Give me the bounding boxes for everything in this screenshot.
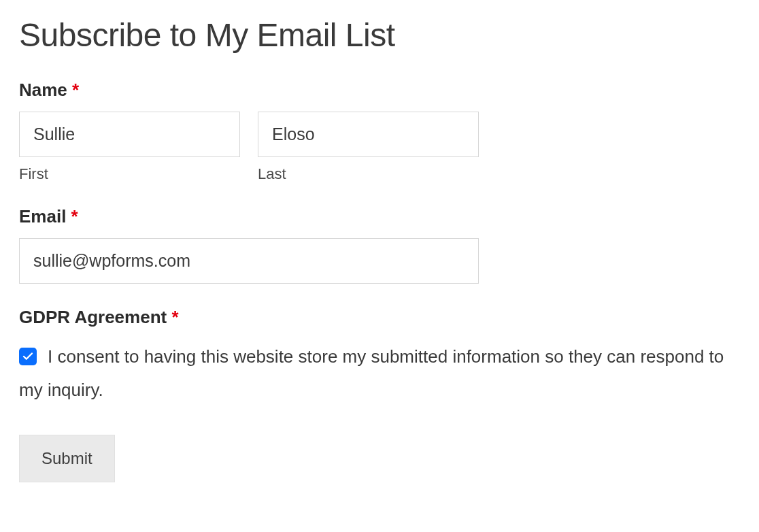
email-input[interactable] xyxy=(19,238,479,284)
first-name-input[interactable] xyxy=(19,112,240,157)
required-asterisk-icon: * xyxy=(171,307,178,327)
required-asterisk-icon: * xyxy=(71,206,78,227)
email-label: Email * xyxy=(19,206,740,227)
name-label: Name * xyxy=(19,80,740,101)
gdpr-label-text: GDPR Agreement xyxy=(19,307,167,327)
name-field-group: Name * First Last xyxy=(19,80,740,183)
checkmark-icon xyxy=(22,350,34,363)
required-asterisk-icon: * xyxy=(72,80,79,100)
gdpr-label: GDPR Agreement * xyxy=(19,307,740,328)
email-field-group: Email * xyxy=(19,206,740,284)
submit-button[interactable]: Submit xyxy=(19,435,115,482)
last-name-input[interactable] xyxy=(258,112,479,157)
gdpr-consent-text: I consent to having this website store m… xyxy=(19,346,724,400)
gdpr-checkbox[interactable] xyxy=(19,348,37,365)
name-label-text: Name xyxy=(19,80,67,100)
name-row: First Last xyxy=(19,112,479,183)
email-label-text: Email xyxy=(19,206,66,227)
first-name-sublabel: First xyxy=(19,165,240,183)
gdpr-field-group: GDPR Agreement * I consent to having thi… xyxy=(19,307,740,408)
gdpr-consent-row[interactable]: I consent to having this website store m… xyxy=(19,340,740,408)
submit-wrap: Submit xyxy=(19,435,740,482)
form-title: Subscribe to My Email List xyxy=(19,16,740,54)
first-name-col: First xyxy=(19,112,240,183)
last-name-sublabel: Last xyxy=(258,165,479,183)
last-name-col: Last xyxy=(258,112,479,183)
